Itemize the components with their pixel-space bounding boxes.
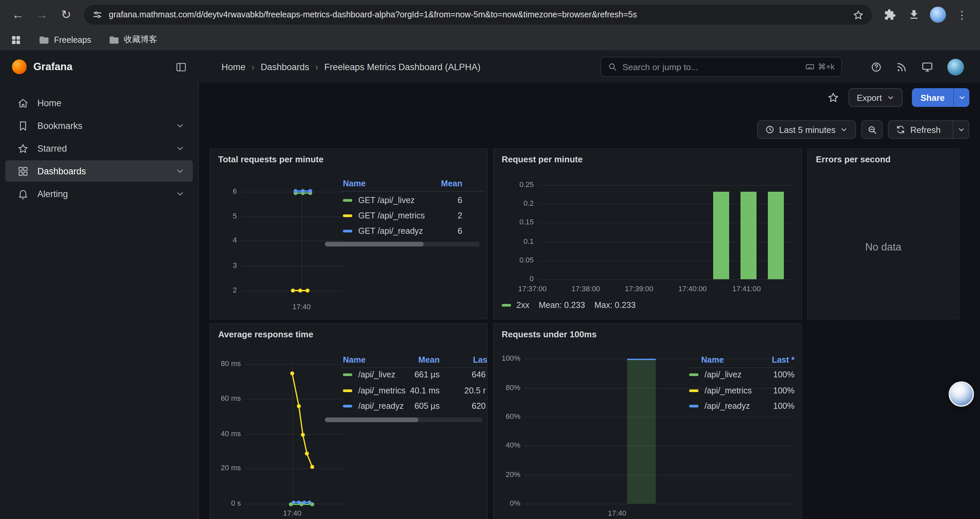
forward-button[interactable]: → xyxy=(31,3,53,26)
chevron-down-icon[interactable] xyxy=(175,166,185,176)
panel-title[interactable]: Requests under 100ms xyxy=(502,329,597,339)
browser-menu-button[interactable]: ⋮ xyxy=(951,3,973,26)
sidebar-item-bookmarks[interactable]: Bookmarks xyxy=(5,115,193,136)
address-bar[interactable]: grafana.mathmast.com/d/deytv4rwavabkb/fr… xyxy=(84,5,872,25)
gridline xyxy=(539,279,795,280)
reload-icon: ↻ xyxy=(61,7,71,22)
user-avatar[interactable] xyxy=(947,58,964,75)
legend-max: Max: 0.233 xyxy=(594,300,636,310)
download-icon xyxy=(908,9,920,21)
chevron-down-icon[interactable] xyxy=(175,144,185,153)
percentage-bar[interactable] xyxy=(627,359,656,504)
search-input[interactable]: Search or jump to... ⌘+k xyxy=(600,57,842,77)
gridline xyxy=(524,504,794,504)
forward-icon: → xyxy=(36,8,48,22)
refresh-button[interactable]: Refresh xyxy=(888,120,969,139)
sidebar-item-starred[interactable]: Starred xyxy=(5,137,193,159)
chevron-down-icon xyxy=(957,126,965,134)
site-settings-icon[interactable] xyxy=(92,10,103,20)
y-tick: 3 xyxy=(215,261,237,269)
refresh-main[interactable]: Refresh xyxy=(889,121,948,138)
legend-header-last[interactable]: Las xyxy=(473,355,487,365)
panel-average-response-time: Average response time 80 ms 60 ms 40 ms … xyxy=(210,323,488,519)
bookmark-folder-blogs[interactable]: 收藏博客 xyxy=(108,34,157,45)
legend-series-2xx[interactable]: 2xx xyxy=(502,300,529,310)
legend-row[interactable]: /api/_readyz xyxy=(689,401,750,411)
series-swatch xyxy=(343,230,352,232)
time-controls: Last 5 minutes Refresh xyxy=(757,120,969,139)
y-tick: 2 xyxy=(215,286,237,294)
bookmark-folder-label: Freeleaps xyxy=(54,35,91,45)
panel-title[interactable]: Total requests per minute xyxy=(218,154,323,164)
legend-scrollbar[interactable] xyxy=(325,242,480,246)
legend-header-name[interactable]: Name xyxy=(343,179,366,188)
panel-title[interactable]: Errors per second xyxy=(816,154,891,164)
panel-title[interactable]: Average response time xyxy=(218,329,313,339)
breadcrumb-home[interactable]: Home xyxy=(221,62,245,72)
sidebar-item-home[interactable]: Home xyxy=(5,92,193,113)
help-icon[interactable] xyxy=(870,61,882,72)
legend-header-mean[interactable]: Mean xyxy=(390,355,440,365)
zoom-out-button[interactable] xyxy=(862,120,883,139)
kebab-menu-icon: ⋮ xyxy=(957,8,967,21)
chevron-down-icon xyxy=(958,94,966,102)
y-tick: 0.2 xyxy=(504,199,534,207)
grafana-header: Grafana Home › Dashboards › Freeleaps Me… xyxy=(0,51,980,83)
legend-scrollbar[interactable] xyxy=(325,417,482,422)
news-rss-icon[interactable] xyxy=(896,61,907,72)
divider xyxy=(341,191,484,192)
back-button[interactable]: ← xyxy=(7,3,29,26)
bar-2xx[interactable] xyxy=(740,192,757,279)
x-tick: 17:40 xyxy=(283,303,320,311)
legend-header-mean[interactable]: Mean xyxy=(410,179,462,188)
legend-header-name[interactable]: Name xyxy=(343,355,366,365)
export-label: Export xyxy=(857,93,882,102)
refresh-interval-caret[interactable] xyxy=(953,121,969,138)
legend-row[interactable]: /api/_livez xyxy=(343,370,395,379)
sidebar-item-dashboards[interactable]: Dashboards xyxy=(5,160,193,182)
reload-button[interactable]: ↻ xyxy=(55,3,77,26)
legend-header-name[interactable]: Name xyxy=(701,355,724,365)
keyboard-icon xyxy=(805,62,815,72)
x-tick: 17:39:00 xyxy=(616,284,662,292)
monitor-icon[interactable] xyxy=(921,61,933,73)
divider xyxy=(341,367,487,368)
bookmark-folder-freeleaps[interactable]: Freeleaps xyxy=(39,34,91,45)
legend-value: 6 xyxy=(410,227,462,236)
grafana-logo[interactable] xyxy=(12,59,27,74)
legend-row[interactable]: GET /api/_livez xyxy=(343,196,415,205)
legend-row[interactable]: /api/_livez xyxy=(689,370,741,379)
chevron-down-icon xyxy=(840,126,848,134)
apps-grid-icon[interactable] xyxy=(11,34,21,45)
bookmark-icon xyxy=(18,120,29,131)
chevron-down-icon[interactable] xyxy=(175,189,185,198)
gridline xyxy=(524,417,794,417)
share-menu-caret[interactable] xyxy=(953,88,969,107)
favorite-star-icon[interactable] xyxy=(827,91,840,104)
sidebar: Home Bookmarks Starred xyxy=(0,83,199,519)
refresh-icon xyxy=(896,125,905,134)
dock-menu-icon[interactable] xyxy=(175,61,187,72)
browser-profile-button[interactable] xyxy=(927,3,949,26)
legend-row[interactable]: /api/_metrics xyxy=(689,386,752,395)
assistant-avatar[interactable] xyxy=(949,382,974,407)
downloads-button[interactable] xyxy=(903,3,925,26)
export-button[interactable]: Export xyxy=(849,88,903,107)
legend-header-last[interactable]: Last * xyxy=(754,355,795,365)
sidebar-item-alerting[interactable]: Alerting xyxy=(5,183,193,204)
browser-profile-avatar xyxy=(930,7,946,23)
scrollbar-thumb[interactable] xyxy=(325,417,418,422)
extensions-button[interactable] xyxy=(878,3,901,26)
scrollbar-thumb[interactable] xyxy=(325,242,424,246)
gridline xyxy=(524,359,794,359)
breadcrumb-dashboards[interactable]: Dashboards xyxy=(261,62,309,72)
panel-title[interactable]: Request per minute xyxy=(502,154,583,164)
x-tick: 17:40 xyxy=(274,509,310,517)
gridline xyxy=(539,185,795,186)
bar-2xx[interactable] xyxy=(713,192,729,279)
chevron-down-icon[interactable] xyxy=(175,121,185,130)
bookmark-star-icon[interactable] xyxy=(853,9,864,21)
bar-2xx[interactable] xyxy=(768,192,784,279)
time-range-picker[interactable]: Last 5 minutes xyxy=(757,120,856,139)
share-button[interactable]: Share xyxy=(912,88,969,107)
